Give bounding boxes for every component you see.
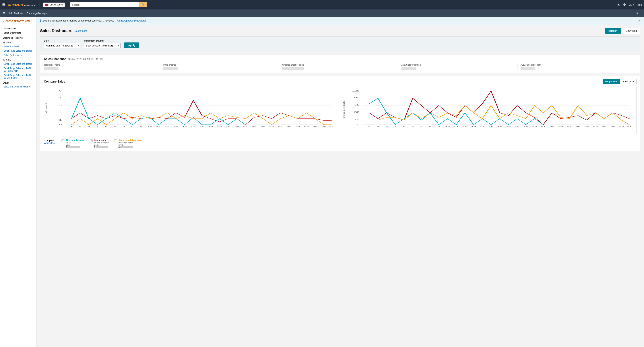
svg-text:9: 9 bbox=[438, 126, 440, 128]
by-date-label: By Date bbox=[0, 40, 36, 44]
svg-text:6: 6 bbox=[114, 126, 116, 128]
snapshot-time: taken at 6/23/2023, 4:45:10 PM PDT bbox=[68, 58, 103, 60]
close-label: CLOSE REPORTS MENU bbox=[6, 20, 31, 22]
language-selector[interactable]: EN ▾ bbox=[629, 3, 634, 6]
sidebar-item-sales-orders-month[interactable]: Sales and Orders by Month bbox=[0, 84, 36, 89]
svg-text:24: 24 bbox=[269, 126, 274, 128]
metric-value-ordered-product-sales bbox=[282, 67, 304, 70]
svg-text:11: 11 bbox=[454, 126, 459, 128]
svg-text:22: 22 bbox=[550, 126, 554, 128]
metric-label-total-order-items: Total order items bbox=[44, 64, 157, 66]
metric-value-total-order-items bbox=[44, 67, 58, 70]
table-view-button[interactable]: Table view bbox=[620, 79, 636, 84]
svg-text:12: 12 bbox=[462, 126, 468, 128]
refresh-button[interactable]: Refresh bbox=[604, 28, 621, 34]
add-products-link[interactable]: Add Products bbox=[9, 12, 23, 14]
ordered-product-sales-chart: Ordered product sales 125 100 bbox=[342, 87, 636, 134]
this-month-sub: So far bbox=[66, 142, 84, 144]
banner-suffix: . bbox=[148, 19, 148, 22]
svg-text:11: 11 bbox=[156, 126, 161, 128]
sidebar-item-seller-performance[interactable]: Seller Performance bbox=[0, 53, 36, 57]
banner-close-icon[interactable]: ✕ bbox=[638, 19, 640, 22]
graph-view-button[interactable]: Graph view bbox=[602, 79, 620, 84]
sidebar-item-sales-traffic[interactable]: Sales and Traffic bbox=[0, 44, 36, 49]
svg-text:2: 2 bbox=[59, 112, 62, 114]
same-year-dollar: $ bbox=[118, 146, 141, 148]
same-year-checkbox[interactable]: ✓ bbox=[114, 139, 117, 142]
dashboard-header: Sales Dashboard Learn more Refresh Downl… bbox=[40, 28, 640, 34]
settings-icon[interactable]: ⚙ bbox=[623, 3, 626, 7]
this-month-legend-content: This month so far So far Units $ bbox=[66, 139, 84, 148]
svg-text:18: 18 bbox=[217, 126, 222, 128]
main-content: ℹ Looking for new product ideas to expan… bbox=[36, 17, 644, 347]
this-month-metric: Units bbox=[66, 144, 84, 146]
mail-icon[interactable]: ✉ bbox=[618, 3, 620, 7]
same-year-legend-content: Same month last year By end of month Uni… bbox=[118, 139, 141, 148]
apply-button[interactable]: Apply bbox=[124, 42, 139, 48]
this-month-checkbox[interactable]: ✓ bbox=[62, 139, 64, 142]
svg-text:3: 3 bbox=[59, 104, 62, 106]
whats-this-link[interactable]: What's this bbox=[44, 142, 58, 144]
same-year-value bbox=[120, 146, 133, 148]
dashboard-area: Sales Dashboard Learn more Refresh Downl… bbox=[36, 25, 644, 157]
svg-text:31: 31 bbox=[329, 126, 334, 128]
top-nav: ☰ amazon seller central | United States … bbox=[0, 0, 644, 9]
ordered-product-sales-svg: 125 100 75 50 25 0 1 2 3 4 5 6 bbox=[344, 89, 634, 129]
sidebar-item-detail-asin-sales-traffic[interactable]: Detail Page Sales and Traffic bbox=[0, 62, 36, 66]
metric-value-avg-sales bbox=[520, 67, 535, 70]
svg-text:22: 22 bbox=[252, 126, 257, 128]
svg-text:3: 3 bbox=[386, 126, 388, 128]
svg-text:19: 19 bbox=[524, 126, 528, 128]
business-reports-header: Business Reports bbox=[0, 35, 36, 40]
download-button[interactable]: Download bbox=[622, 28, 640, 34]
compare-legend-area: Compare What's this ✓ This month so far … bbox=[44, 137, 636, 148]
dashboards-header: Dashboards bbox=[0, 26, 36, 31]
compare-sales-card: Compare Sales Graph view Table view Unit… bbox=[40, 76, 640, 151]
filters-bar: Date Month to date - 6/23/2023 Fulfillme… bbox=[40, 36, 640, 51]
svg-text:9: 9 bbox=[140, 126, 142, 128]
home-icon[interactable]: ⊞ bbox=[3, 11, 5, 15]
channel-label: Fulfillment channel bbox=[84, 39, 120, 42]
logo-area: amazon seller central bbox=[8, 2, 36, 7]
store-selector[interactable]: United States bbox=[43, 2, 65, 7]
legend-item-last-month: ✓ Last month By end of month Units $ bbox=[90, 139, 109, 148]
product-opportunity-explorer-link[interactable]: Product Opportunity Explorer bbox=[116, 19, 146, 22]
search-button[interactable]: 🔍 bbox=[139, 2, 147, 7]
campaign-manager-link[interactable]: Campaign Manager bbox=[27, 12, 48, 14]
channel-select-wrapper: Both (Amazon and seller) bbox=[84, 43, 120, 48]
last-month-checkbox[interactable]: ✓ bbox=[90, 139, 93, 142]
last-month-legend-content: Last month By end of month Units $ bbox=[94, 139, 109, 148]
hamburger-icon[interactable]: ☰ bbox=[2, 3, 5, 7]
learn-more-link[interactable]: Learn more bbox=[75, 29, 87, 32]
close-reports-menu[interactable]: ✕ CLOSE REPORTS MENU bbox=[0, 18, 36, 24]
channel-select[interactable]: Both (Amazon and seller) bbox=[84, 43, 120, 48]
flag-icon bbox=[45, 4, 48, 6]
this-month-dollar: $ bbox=[66, 146, 84, 148]
svg-text:27: 27 bbox=[593, 126, 598, 128]
view-toggle: Graph view Table view bbox=[602, 79, 636, 84]
search-bar: 🔍 bbox=[70, 2, 147, 7]
sidebar-item-detail-parent[interactable]: Detail Page Sales and Traffic By Parent … bbox=[0, 66, 36, 73]
chart2-ylabel: Ordered product sales bbox=[343, 100, 345, 118]
main-layout: ✕ CLOSE REPORTS MENU Dashboards Sales Da… bbox=[0, 17, 644, 347]
info-banner: ℹ Looking for new product ideas to expan… bbox=[36, 17, 644, 25]
sidebar-item-detail-child[interactable]: Detail Page Sales and Traffic By Child I… bbox=[0, 73, 36, 80]
nav-right: ✉ ⚙ EN ▾ Help bbox=[618, 3, 642, 7]
date-select[interactable]: Month to date - 6/23/2023 bbox=[44, 43, 80, 48]
svg-text:75: 75 bbox=[354, 104, 360, 106]
search-input[interactable] bbox=[70, 2, 139, 7]
svg-text:13: 13 bbox=[174, 126, 178, 128]
legend-item-this-month: ✓ This month so far So far Units $ bbox=[62, 139, 84, 148]
metric-label-avg-sales: Avg. sales/order item bbox=[520, 64, 634, 66]
sidebar-item-sales-dashboard[interactable]: Sales Dashboard bbox=[0, 31, 36, 35]
svg-text:21: 21 bbox=[541, 126, 546, 128]
sidebar-item-detail-page-sales-traffic[interactable]: Detail Page Sales and Traffic bbox=[0, 49, 36, 53]
help-link[interactable]: Help bbox=[637, 3, 642, 6]
metric-label-units-ordered: Units ordered bbox=[163, 64, 276, 66]
channel-filter-group: Fulfillment channel Both (Amazon and sel… bbox=[84, 39, 120, 48]
by-asin-label: By ASIN bbox=[0, 57, 36, 62]
svg-text:21: 21 bbox=[243, 126, 248, 128]
edit-button[interactable]: Edit bbox=[632, 11, 641, 15]
same-year-sub: By end of month bbox=[118, 142, 141, 144]
svg-text:4: 4 bbox=[96, 126, 99, 128]
